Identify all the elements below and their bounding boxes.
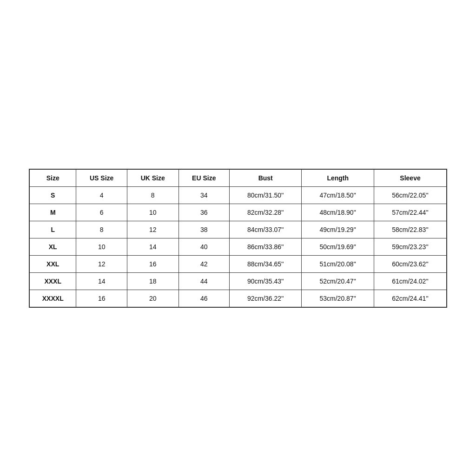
bust-cell: 90cm/35.43'' (229, 272, 302, 290)
col-header-sleeve: Sleeve (374, 169, 447, 187)
size-cell: S (29, 186, 76, 204)
eu-size-cell: 44 (178, 272, 229, 290)
us-size-cell: 12 (76, 255, 127, 272)
eu-size-cell: 46 (178, 290, 229, 307)
eu-size-cell: 34 (178, 186, 229, 204)
length-cell: 50cm/19.69'' (302, 238, 374, 255)
table-row: M6103682cm/32.28''48cm/18.90''57cm/22.44… (29, 204, 447, 221)
uk-size-cell: 20 (127, 290, 178, 307)
col-header-uk-size: UK Size (127, 169, 178, 187)
bust-cell: 80cm/31.50'' (229, 186, 302, 204)
bust-cell: 88cm/34.65'' (229, 255, 302, 272)
us-size-cell: 6 (76, 204, 127, 221)
length-cell: 51cm/20.08'' (302, 255, 374, 272)
table-row: L8123884cm/33.07''49cm/19.29''58cm/22.83… (29, 221, 447, 238)
bust-cell: 86cm/33.86'' (229, 238, 302, 255)
sleeve-cell: 58cm/22.83'' (374, 221, 447, 238)
size-chart-table: Size US Size UK Size EU Size Bust Length… (29, 169, 447, 308)
table-row: S483480cm/31.50''47cm/18.50''56cm/22.05'… (29, 186, 447, 204)
length-cell: 48cm/18.90'' (302, 204, 374, 221)
bust-cell: 82cm/32.28'' (229, 204, 302, 221)
uk-size-cell: 10 (127, 204, 178, 221)
sleeve-cell: 57cm/22.44'' (374, 204, 447, 221)
table-row: XXXXL16204692cm/36.22''53cm/20.87''62cm/… (29, 290, 447, 307)
sleeve-cell: 59cm/23.23'' (374, 238, 447, 255)
table-row: XXL12164288cm/34.65''51cm/20.08''60cm/23… (29, 255, 447, 272)
length-cell: 53cm/20.87'' (302, 290, 374, 307)
table-row: XXXL14184490cm/35.43''52cm/20.47''61cm/2… (29, 272, 447, 290)
col-header-length: Length (302, 169, 374, 187)
length-cell: 52cm/20.47'' (302, 272, 374, 290)
eu-size-cell: 36 (178, 204, 229, 221)
col-header-size: Size (29, 169, 76, 187)
size-cell: XXL (29, 255, 76, 272)
uk-size-cell: 12 (127, 221, 178, 238)
length-cell: 49cm/19.29'' (302, 221, 374, 238)
sleeve-cell: 61cm/24.02'' (374, 272, 447, 290)
size-cell: XXXXL (29, 290, 76, 307)
col-header-eu-size: EU Size (178, 169, 229, 187)
uk-size-cell: 18 (127, 272, 178, 290)
eu-size-cell: 40 (178, 238, 229, 255)
uk-size-cell: 14 (127, 238, 178, 255)
us-size-cell: 8 (76, 221, 127, 238)
table-header-row: Size US Size UK Size EU Size Bust Length… (29, 169, 447, 187)
sleeve-cell: 60cm/23.62'' (374, 255, 447, 272)
col-header-bust: Bust (229, 169, 302, 187)
eu-size-cell: 42 (178, 255, 229, 272)
table-row: XL10144086cm/33.86''50cm/19.69''59cm/23.… (29, 238, 447, 255)
uk-size-cell: 16 (127, 255, 178, 272)
size-chart-container: Size US Size UK Size EU Size Bust Length… (29, 169, 447, 308)
us-size-cell: 14 (76, 272, 127, 290)
us-size-cell: 10 (76, 238, 127, 255)
bust-cell: 84cm/33.07'' (229, 221, 302, 238)
uk-size-cell: 8 (127, 186, 178, 204)
col-header-us-size: US Size (76, 169, 127, 187)
us-size-cell: 4 (76, 186, 127, 204)
size-cell: M (29, 204, 76, 221)
bust-cell: 92cm/36.22'' (229, 290, 302, 307)
us-size-cell: 16 (76, 290, 127, 307)
length-cell: 47cm/18.50'' (302, 186, 374, 204)
sleeve-cell: 56cm/22.05'' (374, 186, 447, 204)
eu-size-cell: 38 (178, 221, 229, 238)
size-cell: L (29, 221, 76, 238)
sleeve-cell: 62cm/24.41'' (374, 290, 447, 307)
size-cell: XL (29, 238, 76, 255)
size-cell: XXXL (29, 272, 76, 290)
